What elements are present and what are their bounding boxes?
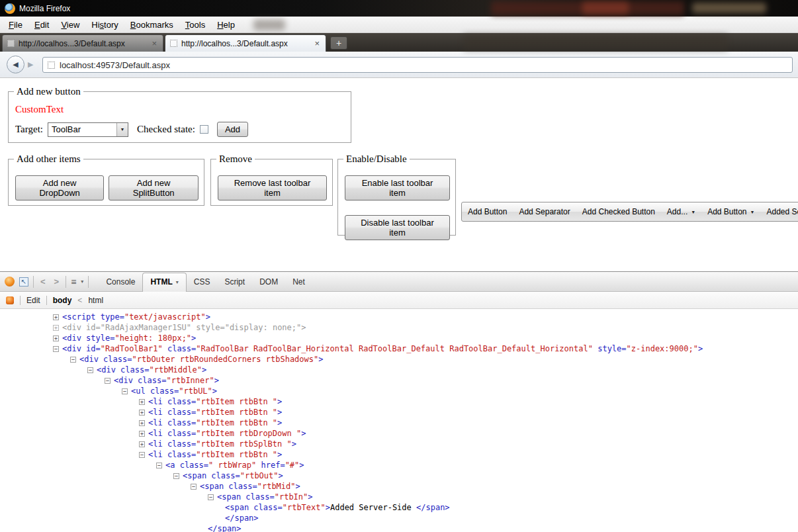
inspect-element-icon[interactable]: ↖ — [19, 277, 28, 287]
tree-node[interactable]: +<div id="RadAjaxManager1SU" style="disp… — [0, 322, 798, 333]
rad-toolbar: Add ButtonAdd SeparatorAdd Checked Butto… — [461, 202, 798, 222]
favicon-placeholder-icon — [7, 40, 15, 47]
history-forward-icon[interactable]: > — [52, 277, 62, 287]
firebug-tab-script[interactable]: Script — [217, 273, 252, 291]
menu-item-edit[interactable]: Edit — [28, 17, 55, 32]
glass-artifact — [463, 34, 728, 50]
tree-node[interactable]: </span> — [0, 523, 798, 532]
target-select-value: ToolBar — [48, 124, 116, 134]
glass-artifact — [253, 19, 285, 30]
tree-node[interactable]: +<li class="rtbItem rtbBtn "> — [0, 396, 798, 407]
page-button[interactable]: Disable last toolbar item — [345, 215, 450, 240]
collapse-icon[interactable]: − — [53, 346, 59, 352]
expand-icon[interactable]: + — [53, 335, 59, 341]
fieldset-legend: Add other items — [14, 154, 83, 165]
menu-item-help[interactable]: Help — [211, 17, 241, 32]
add-button[interactable]: Add — [217, 122, 248, 137]
collapse-icon[interactable]: − — [173, 473, 179, 479]
firebug-tab-css[interactable]: CSS — [187, 273, 218, 291]
toolbar-item[interactable]: Add Separator — [513, 202, 576, 221]
target-select[interactable]: ToolBar ▼ — [48, 122, 128, 137]
expand-icon[interactable]: + — [139, 410, 145, 416]
page-button[interactable]: Remove last toolbar item — [218, 175, 327, 200]
tree-node[interactable]: −<div class="rtbInner"> — [0, 375, 798, 386]
tree-node[interactable]: +<li class="rtbItem rtbBtn "> — [0, 407, 798, 418]
page-button[interactable]: Add new SplitButton — [109, 175, 199, 200]
tree-node[interactable]: −<div class="rtbOuter rtbRoundedCorners … — [0, 354, 798, 365]
fieldset-add-new-button: Add new button CustomText Target: ToolBa… — [8, 91, 351, 143]
firebug-menu-icon[interactable] — [5, 277, 15, 287]
checked-state-checkbox[interactable] — [200, 125, 208, 134]
tree-node[interactable]: −<div class="rtbMiddle"> — [0, 365, 798, 375]
expand-icon[interactable]: + — [139, 431, 145, 437]
menu-item-view[interactable]: View — [55, 17, 85, 32]
breadcrumb-current[interactable]: body — [53, 296, 72, 305]
expand-icon[interactable]: + — [53, 314, 59, 320]
collapse-icon[interactable]: − — [208, 494, 214, 500]
breadcrumb-parent[interactable]: html — [88, 296, 103, 305]
new-tab-button[interactable]: + — [330, 36, 347, 50]
tree-node[interactable]: +<li class="rtbItem rtbSplBtn "> — [0, 439, 798, 449]
remove-buttons: Remove last toolbar item — [218, 175, 327, 200]
separator — [33, 276, 34, 288]
tree-node[interactable]: −<div id="RadToolBar1" class="RadToolBar… — [0, 343, 798, 354]
back-button[interactable]: ◀ — [7, 56, 24, 73]
page-button[interactable]: Enable last toolbar item — [345, 175, 450, 200]
tree-node[interactable]: </span> — [0, 513, 798, 523]
tree-node[interactable]: −<ul class="rtbUL"> — [0, 386, 798, 396]
forward-button[interactable]: ▶ — [28, 60, 33, 69]
firebug-tab-dom[interactable]: DOM — [252, 273, 285, 291]
tree-node[interactable]: −<span class="rtbOut"> — [0, 470, 798, 481]
collapse-icon[interactable]: − — [156, 463, 162, 468]
tree-node[interactable]: −<li class="rtbItem rtbBtn "> — [0, 449, 798, 460]
dropdown-arrow-icon[interactable]: ▾ — [81, 279, 83, 285]
firebug-tab-net[interactable]: Net — [285, 273, 312, 291]
fieldset-enable-disable: Enable/Disable Enable last toolbar itemD… — [337, 159, 456, 236]
tree-node[interactable]: +<script type="text/javascript"> — [0, 312, 798, 322]
collapse-icon[interactable]: − — [139, 452, 145, 458]
menu-item-file[interactable]: File — [3, 17, 28, 32]
expand-icon[interactable]: + — [139, 420, 145, 426]
tree-node[interactable]: <span class="rtbText">Added Server-Side … — [0, 502, 798, 513]
collapse-icon[interactable]: − — [122, 388, 128, 394]
menu-item-bookmarks[interactable]: Bookmarks — [124, 17, 179, 32]
list-icon[interactable]: ≡ — [71, 277, 76, 287]
toolbar-item[interactable]: Add Button▼ — [701, 202, 760, 221]
glass-artifact — [692, 3, 766, 13]
tree-node[interactable]: −<span class="rtbIn"> — [0, 492, 798, 502]
collapse-icon[interactable]: − — [191, 484, 197, 490]
expand-icon[interactable]: + — [53, 325, 59, 331]
edit-button[interactable]: Edit — [26, 296, 40, 305]
browser-tab-2[interactable]: http://localhos...3/Default.aspx× — [165, 34, 326, 52]
toolbar-item[interactable]: Add...▼ — [661, 202, 701, 221]
url-bar[interactable]: localhost:49573/Default.aspx — [42, 57, 793, 73]
expand-icon[interactable]: + — [139, 399, 145, 405]
firefox-icon — [5, 3, 15, 14]
page-button[interactable]: Add new DropDown — [15, 175, 104, 200]
collapse-icon[interactable]: − — [87, 367, 93, 373]
toolbar-item[interactable]: Added Server-Side — [760, 202, 798, 221]
tree-node[interactable]: +<div style="height: 180px;"> — [0, 333, 798, 343]
select-dropdown-arrow-icon[interactable]: ▼ — [116, 123, 128, 136]
menu-item-history[interactable]: History — [85, 17, 124, 32]
tree-node[interactable]: −<span class="rtbMid"> — [0, 481, 798, 492]
tab-close-icon[interactable]: × — [150, 38, 158, 48]
history-back-icon[interactable]: < — [38, 277, 48, 287]
glass-artifact — [582, 2, 629, 14]
tree-node[interactable]: +<li class="rtbItem rtbDropDown "> — [0, 428, 798, 439]
tree-node[interactable]: +<li class="rtbItem rtbBtn "> — [0, 418, 798, 428]
toolbar-item[interactable]: Add Checked Button — [576, 202, 661, 221]
expand-icon[interactable]: + — [139, 441, 145, 447]
firebug-tab-html[interactable]: HTML▾ — [142, 273, 186, 292]
collapse-icon[interactable]: − — [105, 378, 111, 384]
fieldset-add-other-items: Add other items Add new DropDownAdd new … — [8, 159, 204, 206]
tab-close-icon[interactable]: × — [313, 38, 321, 48]
panel-options-icon[interactable] — [6, 296, 14, 304]
menu-item-tools[interactable]: Tools — [179, 17, 211, 32]
firebug-tab-console[interactable]: Console — [99, 273, 142, 291]
collapse-icon[interactable]: − — [70, 357, 76, 363]
forward-arrow-icon: ▶ — [28, 60, 33, 68]
toolbar-item[interactable]: Add Button — [462, 202, 513, 221]
tree-node[interactable]: −<a class=" rtbWrap" href="#"> — [0, 460, 798, 470]
browser-tab-1[interactable]: http://localhos...3/Default.aspx× — [2, 34, 163, 52]
